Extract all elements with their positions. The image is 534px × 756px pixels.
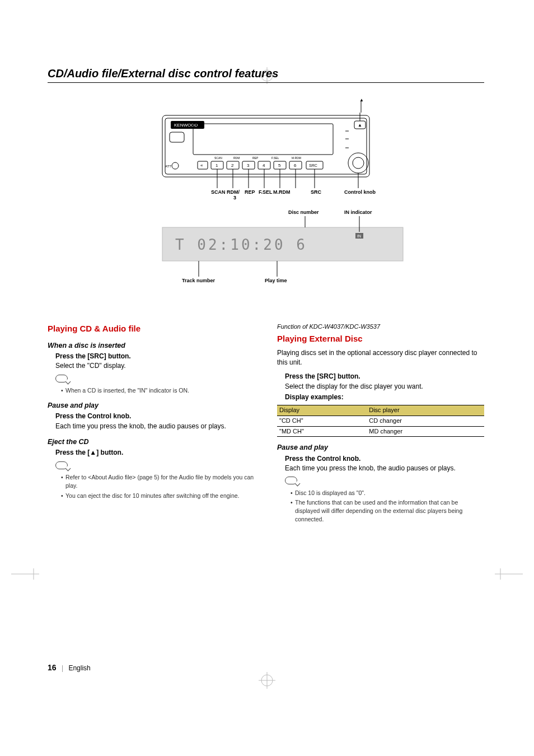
display-examples-label: Display examples: (285, 393, 484, 402)
device-diagram: ▲ KENWOOD ▲ ATT SCAN RDM REP F.S (109, 99, 423, 300)
subhead-pause-play: Pause and play (48, 400, 255, 410)
table-cell: "MD CH" (277, 426, 367, 437)
instr-press-src: Press the [SRC] button. (55, 352, 255, 361)
callout-play-time: Play time (265, 278, 287, 283)
footer-separator: | (62, 664, 63, 672)
svg-text:RDM: RDM (233, 156, 240, 160)
right-column: Function of KDC-W4037/KDC-W3537 Playing … (277, 323, 484, 525)
note-item: Disc 10 is displayed as "0". (291, 489, 484, 497)
svg-text:1: 1 (216, 163, 218, 168)
table-row: "CD CH" CD changer (277, 416, 484, 426)
table-header-discplayer: Disc player (367, 405, 484, 416)
svg-text:3: 3 (247, 163, 250, 168)
svg-text:5: 5 (278, 163, 281, 168)
callout-rdm: RDM/ (227, 189, 240, 195)
svg-text:2: 2 (231, 163, 234, 168)
svg-text:▲: ▲ (359, 99, 364, 102)
note-item: The functions that can be used and the i… (291, 498, 484, 524)
page-number: 16 (48, 663, 57, 672)
note-item: When a CD is inserted, the "IN" indicato… (61, 386, 255, 395)
note-item: Refer to <About Audio file> (page 5) for… (61, 473, 255, 490)
note-icon (55, 461, 68, 469)
instr-press-knob-ext: Press the Control knob. (285, 454, 484, 464)
instr-press-eject: Press the [▲] button. (55, 448, 255, 458)
svg-text:T   02:10:20  6: T 02:10:20 6 (175, 236, 307, 253)
table-cell: CD changer (367, 416, 484, 426)
crop-mark-bottom (259, 672, 275, 689)
note-list-1: When a CD is inserted, the "IN" indicato… (55, 386, 255, 395)
svg-text:KENWOOD: KENWOOD (174, 123, 198, 128)
body-select-cd: Select the "CD" display. (55, 361, 255, 371)
section-title: CD/Audio file/External disc control feat… (48, 67, 484, 83)
svg-text:6: 6 (294, 163, 297, 168)
table-row: "MD CH" MD changer (277, 426, 484, 437)
body-external-intro: Playing discs set in the optional access… (277, 348, 484, 368)
left-column: Playing CD & Audio file When a disc is i… (48, 323, 255, 525)
footer-language: English (68, 664, 90, 672)
crop-mark-left (11, 566, 39, 582)
svg-rect-16 (170, 132, 184, 142)
heading-playing-external: Playing External Disc (277, 333, 484, 345)
subhead-pause-play-ext: Pause and play (277, 442, 484, 452)
svg-point-19 (353, 157, 364, 169)
instr-press-src-ext: Press the [SRC] button. (285, 372, 484, 381)
callout-control-knob: Control knob (344, 189, 376, 195)
table-cell: "CD CH" (277, 416, 367, 426)
callout-rdm-sub: 3 (233, 195, 236, 200)
svg-text:«: « (200, 163, 203, 168)
callout-scan: SCAN (211, 189, 226, 195)
callout-disc-number: Disc number (288, 209, 319, 215)
svg-text:ATT: ATT (165, 165, 171, 168)
svg-text:SRC: SRC (309, 164, 317, 167)
note-item: You can eject the disc for 10 minutes af… (61, 492, 255, 500)
svg-text:REP: REP (252, 156, 259, 160)
svg-text:F.SEL: F.SEL (271, 156, 279, 160)
display-examples-table: Display Disc player "CD CH" CD changer "… (277, 405, 484, 437)
function-of-label: Function of KDC-W4037/KDC-W3537 (277, 323, 484, 332)
subhead-when-inserted: When a disc is inserted (48, 340, 255, 351)
svg-point-18 (348, 153, 368, 173)
headunit-svg: ▲ KENWOOD ▲ ATT SCAN RDM REP F.S (109, 99, 423, 300)
callout-in-indicator: IN indicator (344, 209, 372, 215)
note-icon (285, 477, 297, 484)
svg-text:M.RDM: M.RDM (292, 156, 301, 160)
callout-track-number: Track number (182, 278, 215, 283)
svg-text:4: 4 (263, 163, 265, 168)
svg-text:SCAN: SCAN (214, 156, 222, 160)
svg-point-23 (172, 162, 179, 169)
svg-text:▲: ▲ (358, 123, 362, 128)
instr-press-knob: Press the Control knob. (55, 412, 255, 421)
subhead-eject: Eject the CD (48, 437, 255, 447)
page-footer: 16 | English (48, 663, 91, 672)
table-cell: MD changer (367, 426, 484, 437)
heading-playing-cd: Playing CD & Audio file (48, 323, 255, 335)
note-list-ext: Disc 10 is displayed as "0". The functio… (285, 489, 484, 524)
callout-fsel: F.SEL (259, 189, 273, 195)
note-list-2: Refer to <About Audio file> (page 5) for… (55, 473, 255, 500)
table-header-display: Display (277, 405, 367, 416)
svg-text:IN: IN (357, 234, 361, 238)
note-icon (55, 375, 68, 382)
callout-mrdm: M.RDM (273, 189, 291, 195)
crop-mark-right (495, 566, 523, 582)
body-pause-play: Each time you press the knob, the audio … (55, 422, 255, 431)
callout-src: SRC (311, 189, 321, 195)
svg-rect-17 (193, 124, 333, 155)
callout-rep: REP (245, 189, 255, 195)
body-select-disc-player: Select the display for the disc player y… (285, 382, 484, 391)
body-pause-play-ext: Each time you press the knob, the audio … (285, 464, 484, 473)
